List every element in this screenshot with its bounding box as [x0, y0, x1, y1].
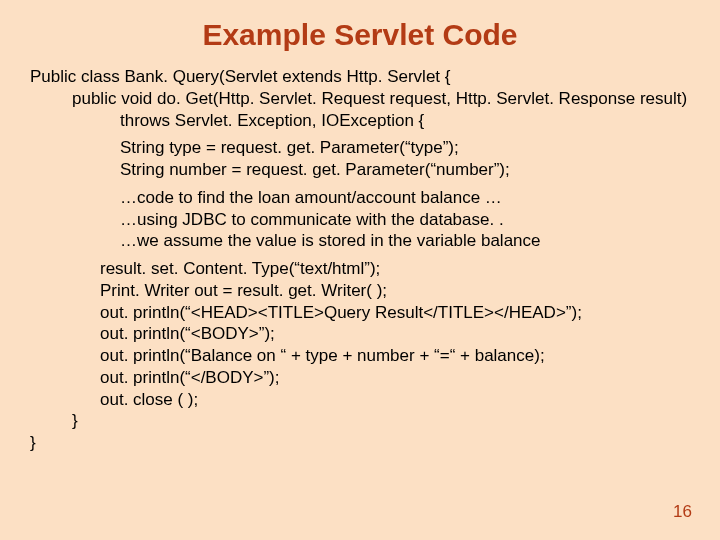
code-line: Public class Bank. Query(Servlet extends…: [30, 66, 690, 88]
code-line: …we assume the value is stored in the va…: [30, 230, 690, 252]
slide-title: Example Servlet Code: [30, 18, 690, 52]
code-block: Public class Bank. Query(Servlet extends…: [30, 66, 690, 454]
page-number: 16: [673, 502, 692, 522]
slide: Example Servlet Code Public class Bank. …: [0, 0, 720, 540]
code-line: String number = request. get. Parameter(…: [30, 159, 690, 181]
code-line: out. close ( );: [30, 389, 690, 411]
code-line: throws Servlet. Exception, IOException {: [30, 110, 690, 132]
code-line: out. println(“Balance on “ + type + numb…: [30, 345, 690, 367]
code-line: }: [30, 410, 690, 432]
code-line: }: [30, 432, 690, 454]
code-line: …code to find the loan amount/account ba…: [30, 187, 690, 209]
code-line: result. set. Content. Type(“text/html”);: [30, 258, 690, 280]
code-line: out. println(“</BODY>”);: [30, 367, 690, 389]
code-line: Print. Writer out = result. get. Writer(…: [30, 280, 690, 302]
code-line: out. println(“<BODY>”);: [30, 323, 690, 345]
code-line: out. println(“<HEAD><TITLE>Query Result<…: [30, 302, 690, 324]
code-line: public void do. Get(Http. Servlet. Reque…: [30, 88, 690, 110]
code-line: …using JDBC to communicate with the data…: [30, 209, 690, 231]
code-line: String type = request. get. Parameter(“t…: [30, 137, 690, 159]
